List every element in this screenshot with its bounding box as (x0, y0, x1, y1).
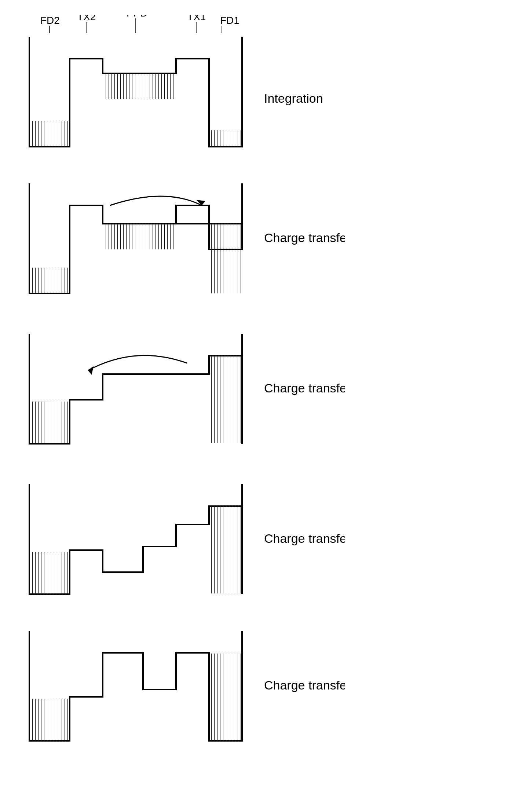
svg-rect-12 (210, 224, 241, 249)
svg-rect-19 (30, 552, 69, 593)
svg-rect-10 (30, 268, 69, 293)
diagram-ct2: Charge transfer 2 (29, 334, 345, 444)
tx2-label: TX2 (77, 15, 96, 22)
ct2-label: Charge transfer 2 (264, 381, 345, 395)
ppd-label: PPD (127, 15, 148, 19)
main-container: FD2 TX2 PPD TX1 FD1 (0, 0, 523, 812)
ct1-label: Charge transfer 1 (264, 231, 345, 245)
ct3-label: Charge transfer 3 (264, 531, 345, 545)
diagrams-area: FD2 TX2 PPD TX1 FD1 (15, 15, 345, 805)
diagram-ct3: Charge transfer 3 (29, 484, 345, 594)
diagram-ct1: Charge transfer 1 (29, 183, 345, 293)
svg-rect-17 (210, 356, 241, 443)
svg-marker-18 (88, 366, 94, 375)
svg-rect-9 (210, 130, 241, 146)
svg-rect-16 (30, 418, 69, 443)
svg-rect-20 (210, 507, 241, 593)
svg-rect-11 (103, 224, 175, 249)
svg-rect-22 (210, 654, 241, 740)
tx1-label: TX1 (187, 15, 206, 22)
fd2-label: FD2 (40, 15, 60, 26)
svg-rect-7 (30, 121, 69, 146)
fd1-label: FD1 (220, 15, 239, 26)
ct4-label: Charge transfer 4 (264, 678, 345, 692)
diagram-integration: FD2 TX2 PPD TX1 FD1 (29, 15, 323, 147)
svg-rect-21 (30, 699, 69, 740)
all-diagrams-svg: FD2 TX2 PPD TX1 FD1 (15, 15, 345, 803)
svg-rect-13 (210, 250, 241, 293)
diagram-ct4: Charge transfer 4 (29, 631, 345, 741)
svg-rect-8 (103, 74, 175, 99)
integration-label: Integration (264, 91, 323, 105)
